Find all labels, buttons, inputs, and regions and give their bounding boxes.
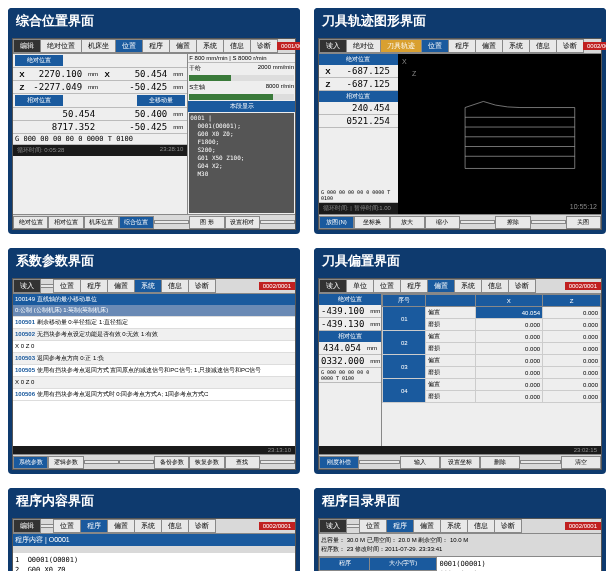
tab[interactable]: 信息 (161, 519, 189, 533)
fbtn[interactable]: 查找 (225, 456, 260, 469)
tab[interactable]: 系统 (196, 39, 224, 53)
fbtn[interactable]: 擦除 (495, 216, 530, 229)
tab[interactable]: 系统 (134, 279, 162, 293)
panel-offset: 刀具偏置界面 读入 单位 位置 程序 偏置 系统 信息 诊断 0002/0001… (314, 248, 606, 474)
tab[interactable]: 读入 (319, 39, 347, 53)
tab[interactable]: 系统 (502, 39, 530, 53)
panel-title: 刀具偏置界面 (314, 248, 606, 274)
fbtn[interactable]: 放大 (390, 216, 425, 229)
tab[interactable]: 信息 (481, 279, 509, 293)
tab[interactable]: 信息 (161, 279, 189, 293)
status-badge: 0001/0001 (277, 42, 300, 50)
fbtn[interactable]: 备份参数 (154, 456, 189, 469)
program-preview: 0001 | 0001(O0001); G00 X0 Z0; F1800; S2… (189, 113, 294, 213)
tab[interactable]: 单位 (346, 279, 374, 293)
tab[interactable]: 系统 (134, 519, 162, 533)
tab[interactable]: 程序 (80, 279, 108, 293)
tab[interactable]: 位置 (53, 519, 81, 533)
fbtn[interactable]: 图 形 (189, 216, 224, 229)
fbtn[interactable]: 缩小 (425, 216, 460, 229)
fbtn[interactable]: 清空 (561, 456, 601, 469)
tab[interactable]: 程序 (448, 39, 476, 53)
panel-toolpath: 刀具轨迹图形界面 读入 绝对位 刀具轨迹 位置 程序 偏置 系统 信息 诊断 0… (314, 8, 606, 234)
file-table[interactable]: 程序大小(字节) O000163 B L400 B O0003212 B O00… (319, 557, 437, 571)
fbtn[interactable]: 机床位置 (84, 216, 119, 229)
abs-label: 绝对位置 (15, 55, 63, 66)
tab[interactable]: 位置 (373, 279, 401, 293)
fbtn[interactable]: 恢复参数 (189, 456, 224, 469)
tab[interactable]: 诊断 (188, 279, 216, 293)
rel-label: 相对位置 (15, 95, 63, 106)
tab[interactable]: 编辑 (13, 519, 41, 533)
tab[interactable]: 诊断 (250, 39, 278, 53)
panel-program: 程序内容界面 编辑 位置 程序 偏置 系统 信息 诊断 0002/0001 程序… (8, 488, 300, 571)
tab[interactable]: 信息 (467, 519, 495, 533)
tab[interactable]: 位置 (359, 519, 387, 533)
panel-title: 系数参数界面 (8, 248, 300, 274)
status-badge: 0002/0001 (565, 282, 601, 290)
toolpath-canvas[interactable]: X Z 10:55:12 (398, 54, 601, 214)
tab[interactable]: 诊断 (508, 279, 536, 293)
status-badge: 0002/0001 (583, 42, 606, 50)
fbtn[interactable]: 设置坐标 (440, 456, 480, 469)
fbtn[interactable]: 关图 (566, 216, 601, 229)
fbtn[interactable]: 设置相对 (225, 216, 260, 229)
tab[interactable]: 诊断 (494, 519, 522, 533)
panel-directory: 程序目录界面 读入 位置 程序 偏置 系统 信息 诊断 0002/0001 总容… (314, 488, 606, 571)
tab[interactable]: 读入 (319, 279, 347, 293)
tab-bar: 编辑 绝对位置 机床坐 位置 程序 偏置 系统 信息 诊断 0001/0001 (13, 39, 295, 54)
tab[interactable]: 偏置 (107, 279, 135, 293)
tab[interactable]: 偏置 (107, 519, 135, 533)
tab[interactable]: 程序 (80, 519, 108, 533)
tab[interactable]: 读入 (13, 279, 41, 293)
param-list[interactable]: 100149 直线轴的最小移动单位 0:公制 (公制机床) 1:英制(英制机床)… (13, 294, 295, 446)
tab[interactable]: 读入 (319, 519, 347, 533)
fbtn[interactable]: 坐标换 (354, 216, 389, 229)
g-codes: G 000 00 00 00 0 0000 T 0100 (13, 134, 187, 145)
fbtn[interactable]: 刚度补偿 (319, 456, 359, 469)
fbtn[interactable]: 绝对位置 (13, 216, 48, 229)
fbtn[interactable]: 删除 (480, 456, 520, 469)
panel-title: 程序目录界面 (314, 488, 606, 514)
tab[interactable]: 信息 (223, 39, 251, 53)
tab[interactable]: 位置 (53, 279, 81, 293)
tab[interactable]: 绝对位 (346, 39, 381, 53)
tab[interactable]: 刀具轨迹 (380, 39, 422, 53)
tab[interactable]: 偏置 (427, 279, 455, 293)
tab[interactable]: 绝对位置 (40, 39, 82, 53)
fbtn[interactable]: 综合位置 (119, 216, 154, 229)
code-editor[interactable]: 1 O0001(O0001) 2 G00 X0 Z0 3 F1800 4 S20… (13, 553, 295, 571)
program-header: 程序内容 | O0001 (13, 534, 295, 546)
panel-params: 系数参数界面 读入 位置 程序 偏置 系统 信息 诊断 0002/0001 10… (8, 248, 300, 474)
panel-title: 综合位置界面 (8, 8, 300, 34)
file-preview: 0001(O0001) G00 X0 Z0 F1800 S200 G01 X50… (437, 557, 601, 571)
tab[interactable]: 偏置 (413, 519, 441, 533)
tab[interactable]: 诊断 (188, 519, 216, 533)
fbtn[interactable]: 系统参数 (13, 456, 48, 469)
fbtn[interactable]: 输入 (400, 456, 440, 469)
status-badge: 0002/0001 (565, 522, 601, 530)
tab[interactable]: 偏置 (475, 39, 503, 53)
tab[interactable]: 程序 (386, 519, 414, 533)
panel-title: 程序内容界面 (8, 488, 300, 514)
status-badge: 0002/0001 (259, 522, 295, 530)
tab[interactable]: 诊断 (556, 39, 584, 53)
fbtn[interactable]: 逻辑参数 (48, 456, 83, 469)
tab[interactable]: 程序 (400, 279, 428, 293)
tab-edit[interactable]: 编辑 (13, 39, 41, 53)
tab[interactable]: 信息 (529, 39, 557, 53)
panel-title: 刀具轨迹图形界面 (314, 8, 606, 34)
fbtn[interactable]: 放图(N) (319, 216, 354, 229)
fbtn[interactable]: 相对位置 (48, 216, 83, 229)
tab[interactable]: 位置 (115, 39, 143, 53)
tab[interactable]: 系统 (440, 519, 468, 533)
panel-position: 综合位置界面 编辑 绝对位置 机床坐 位置 程序 偏置 系统 信息 诊断 000… (8, 8, 300, 234)
tab[interactable]: 位置 (421, 39, 449, 53)
tab[interactable]: 机床坐 (81, 39, 116, 53)
status-badge: 0002/0001 (259, 282, 295, 290)
tab[interactable]: 程序 (142, 39, 170, 53)
footer-bar: 绝对位置 相对位置 机床位置 综合位置 图 形 设置相对 (13, 214, 295, 229)
offset-table[interactable]: 序号XZ 01偏置40.0540.000 磨损0.0000.000 02偏置0.… (382, 294, 601, 403)
tab[interactable]: 偏置 (169, 39, 197, 53)
tab[interactable]: 系统 (454, 279, 482, 293)
